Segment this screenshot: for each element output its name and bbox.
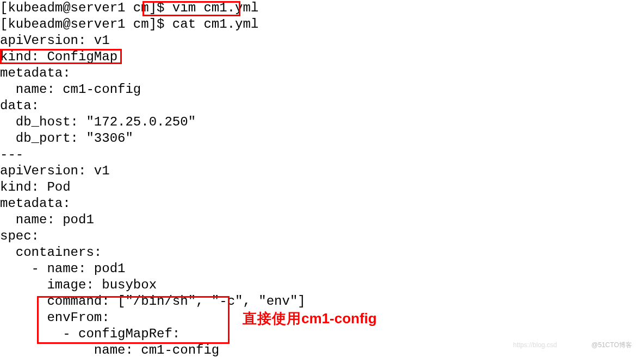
yaml-separator: --- (0, 147, 23, 162)
terminal-output: [kubeadm@server1 cm]$ vim cm1.yml [kubea… (0, 0, 644, 358)
annotation-label: 直接使用cm1-config (243, 310, 377, 328)
watermark-51cto: @51CTO博客 (591, 341, 632, 349)
yaml-line: apiVersion: v1 (0, 33, 110, 48)
yaml-line: name: pod1 (0, 212, 94, 227)
yaml-line: data: (0, 98, 39, 113)
yaml-line: containers: (0, 245, 102, 260)
prompt-line-1: [kubeadm@server1 cm]$ vim cm1.yml (0, 1, 258, 15)
yaml-line: spec: (0, 229, 39, 243)
yaml-line: db_port: "3306" (0, 131, 133, 146)
yaml-line: db_host: "172.25.0.250" (0, 115, 196, 129)
yaml-line-configmapref: - configMapRef: (0, 326, 180, 341)
yaml-line: - name: pod1 (0, 261, 125, 276)
annotation-en: cm1-config (301, 310, 377, 326)
yaml-line: kind: Pod (0, 180, 71, 194)
yaml-line-kind: kind: ConfigMap (0, 49, 117, 64)
yaml-line: name: cm1-config (0, 82, 141, 97)
yaml-line: apiVersion: v1 (0, 164, 110, 178)
yaml-line: image: busybox (0, 278, 157, 292)
yaml-line-cmname: name: cm1-config (0, 343, 219, 357)
yaml-line: metadata: (0, 196, 71, 211)
yaml-line-envfrom: envFrom: (0, 310, 110, 325)
yaml-line: metadata: (0, 66, 71, 80)
prompt-line-2: [kubeadm@server1 cm]$ cat cm1.yml (0, 17, 258, 32)
watermark-blog: https://blog.csd (513, 341, 557, 349)
annotation-cn: 直接使用 (243, 310, 301, 326)
yaml-line: command: ["/bin/sh", "-c", "env"] (0, 294, 306, 309)
